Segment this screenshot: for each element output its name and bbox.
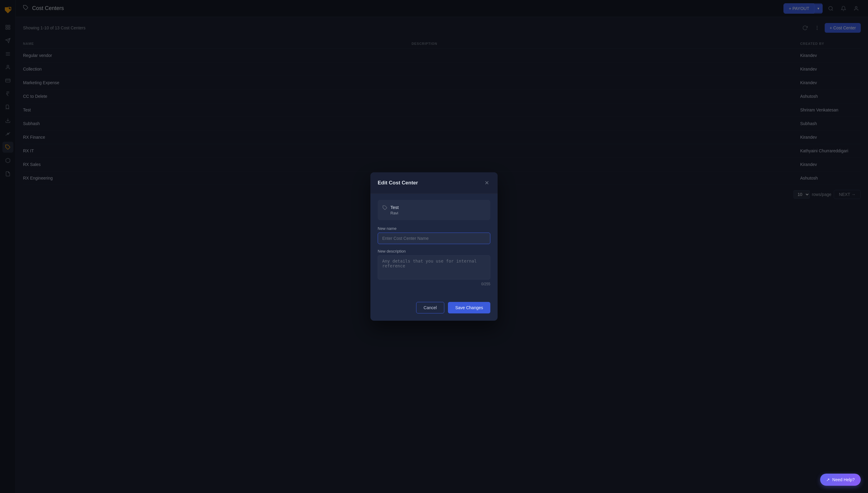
new-description-group: New description 0/255 — [378, 249, 490, 286]
cancel-button[interactable]: Cancel — [416, 302, 444, 314]
modal-close-button[interactable]: ✕ — [483, 178, 490, 188]
cost-center-card-owner: Ravi — [390, 211, 399, 215]
modal-overlay[interactable]: Edit Cost Center ✕ Test Ravi New name Ne… — [0, 0, 868, 493]
new-name-group: New name — [378, 226, 490, 244]
help-button[interactable]: ↗ Need Help? — [820, 474, 861, 486]
modal-header: Edit Cost Center ✕ — [370, 172, 498, 194]
cost-center-card-icon — [383, 205, 387, 211]
save-changes-button[interactable]: Save Changes — [448, 302, 490, 314]
cost-center-card-name: Test — [390, 205, 399, 210]
cost-center-card-info: Test Ravi — [390, 205, 399, 215]
help-icon: ↗ — [826, 477, 830, 482]
cost-center-preview-card: Test Ravi — [378, 200, 490, 220]
modal-footer: Cancel Save Changes — [370, 297, 498, 321]
new-name-label: New name — [378, 226, 490, 231]
new-description-textarea[interactable] — [378, 255, 490, 279]
edit-modal: Edit Cost Center ✕ Test Ravi New name Ne… — [370, 172, 498, 321]
modal-body: Test Ravi New name New description 0/255 — [370, 194, 498, 297]
help-label: Need Help? — [832, 477, 855, 482]
modal-title: Edit Cost Center — [378, 180, 418, 186]
char-count: 0/255 — [378, 282, 490, 286]
new-description-label: New description — [378, 249, 490, 254]
new-name-input[interactable] — [378, 233, 490, 244]
